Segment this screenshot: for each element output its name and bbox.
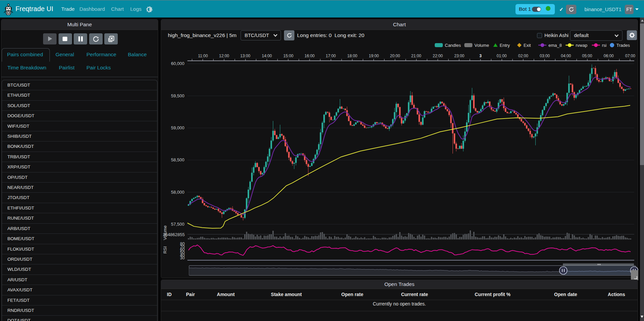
- svg-text:20:00: 20:00: [390, 54, 400, 58]
- svg-text:Exit: Exit: [524, 43, 531, 48]
- svg-text:57,500: 57,500: [171, 222, 184, 227]
- svg-text:03:00: 03:00: [540, 54, 550, 58]
- svg-text:21:00: 21:00: [411, 54, 421, 58]
- svg-text:rvwap: rvwap: [576, 43, 587, 48]
- svg-text:Volume: Volume: [474, 43, 489, 48]
- svg-text:15:00: 15:00: [283, 54, 293, 58]
- svg-text:18:00: 18:00: [347, 54, 357, 58]
- svg-text:rsi: rsi: [602, 43, 607, 48]
- svg-text:19:00: 19:00: [369, 54, 379, 58]
- svg-text:17:00: 17:00: [326, 54, 336, 58]
- svg-text:60,000: 60,000: [171, 61, 184, 66]
- svg-text:59,000: 59,000: [171, 125, 184, 130]
- svg-text:RSI: RSI: [163, 246, 168, 254]
- svg-text:04:00: 04:00: [561, 54, 571, 58]
- svg-text:22:00: 22:00: [433, 54, 443, 58]
- svg-text:58,000: 58,000: [171, 190, 184, 195]
- svg-text:06:00: 06:00: [604, 54, 614, 58]
- svg-text:3: 3: [479, 54, 482, 58]
- svg-text:13:00: 13:00: [240, 54, 250, 58]
- svg-text:59,500: 59,500: [171, 93, 184, 98]
- svg-text:58,500: 58,500: [171, 157, 184, 162]
- svg-text:11:00: 11:00: [198, 54, 208, 58]
- svg-text:Entry: Entry: [500, 43, 510, 48]
- svg-text:30: 30: [180, 256, 185, 260]
- svg-text:23:00: 23:00: [454, 54, 464, 58]
- svg-text:Candles: Candles: [445, 43, 461, 48]
- svg-text:12:00: 12:00: [219, 54, 229, 58]
- svg-text:Trades: Trades: [616, 43, 630, 48]
- svg-text:01:00: 01:00: [497, 54, 507, 58]
- svg-text:02:00: 02:00: [518, 54, 528, 58]
- svg-text:07:00: 07:00: [625, 54, 635, 58]
- svg-text:14:00: 14:00: [262, 54, 272, 58]
- svg-text:ema_8: ema_8: [548, 43, 562, 48]
- svg-text:16:00: 16:00: [305, 54, 315, 58]
- svg-text:05:00: 05:00: [582, 54, 592, 58]
- svg-text:Volume: Volume: [163, 225, 168, 240]
